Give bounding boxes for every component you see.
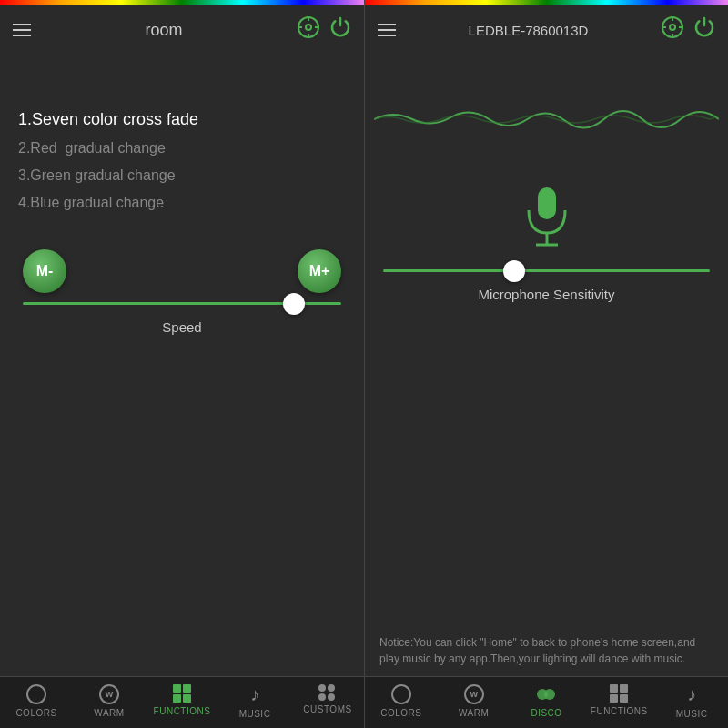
mode-item-2[interactable]: 2.Red gradual change [18, 140, 346, 157]
functions-icon [173, 684, 191, 703]
right-nav-music-label: MUSIC [676, 709, 708, 719]
right-nav-warm-label: WARM [459, 708, 489, 718]
left-nav-functions[interactable]: FUNCTIONS [146, 684, 218, 719]
waveform-svg [374, 92, 719, 147]
right-power-icon[interactable] [693, 16, 715, 44]
mic-sensitivity-label: Microphone Sensitivity [478, 287, 614, 302]
speed-slider-thumb[interactable] [283, 293, 305, 315]
right-nav-functions[interactable]: FUNCTIONS [582, 684, 655, 719]
mode-item-1[interactable]: 1.Seven color cross fade [18, 110, 346, 129]
m-minus-button[interactable]: M- [23, 249, 66, 293]
disco-icon [536, 684, 556, 704]
svg-point-7 [670, 25, 675, 30]
right-nav-music[interactable]: ♪ MUSIC [655, 684, 728, 719]
right-nav-disco-label: DISCO [531, 708, 561, 718]
left-nav-warm[interactable]: W WARM [73, 684, 146, 719]
waveform-container [365, 74, 728, 165]
left-content: 1.Seven color cross fade 2.Red gradual c… [0, 56, 364, 676]
speed-slider[interactable] [18, 302, 346, 305]
left-nav-customs-label: CUSTOMS [303, 704, 351, 714]
right-colors-icon [391, 684, 411, 704]
left-clock-icon[interactable] [297, 15, 320, 45]
svg-point-1 [306, 25, 311, 30]
warm-icon: W [99, 684, 119, 704]
mic-sensitivity-slider[interactable] [365, 269, 728, 272]
mic-container: Microphone Sensitivity [365, 183, 728, 302]
customs-icon [318, 684, 337, 701]
mode-item-4[interactable]: 4.Blue gradual change [18, 195, 346, 211]
left-hamburger-icon[interactable] [13, 24, 31, 36]
left-nav-music-label: MUSIC [239, 709, 271, 719]
notice-text: Notice:You can click "Home" to back to p… [365, 625, 728, 676]
left-nav-functions-label: FUNCTIONS [154, 706, 211, 716]
left-nav-customs[interactable]: CUSTOMS [291, 684, 364, 719]
left-bottom-nav: COLORS W WARM FUNCTIONS ♪ MUSIC CUSTOMS [0, 676, 364, 728]
left-nav-colors[interactable]: COLORS [0, 684, 73, 719]
right-hamburger-icon[interactable] [378, 24, 396, 36]
mic-slider-track [383, 269, 710, 272]
left-power-icon[interactable] [329, 16, 351, 44]
mic-slider-thumb[interactable] [503, 260, 525, 282]
left-panel: room 1.Seven color cross fade 2.Red grad… [0, 0, 364, 728]
right-nav-colors-label: COLORS [380, 708, 421, 718]
m-plus-button[interactable]: M+ [298, 249, 341, 293]
mode-item-3[interactable]: 3.Green gradual change [18, 167, 346, 184]
right-functions-icon [610, 684, 628, 703]
left-nav-colors-label: COLORS [15, 708, 56, 718]
left-nav-music[interactable]: ♪ MUSIC [218, 684, 291, 719]
svg-rect-12 [538, 187, 556, 219]
svg-point-16 [544, 689, 555, 700]
right-bottom-nav: COLORS W WARM DISCO FUNCTIONS ♪ MUSIC [365, 676, 728, 728]
right-warm-icon: W [464, 684, 484, 704]
mode-list: 1.Seven color cross fade 2.Red gradual c… [18, 110, 346, 222]
right-panel: LEDBLE-7860013D [364, 0, 728, 728]
right-nav-colors[interactable]: COLORS [365, 684, 438, 719]
right-content: Microphone Sensitivity Notice:You can cl… [365, 56, 728, 676]
left-nav-warm-label: WARM [94, 708, 124, 718]
speed-slider-track [23, 302, 341, 305]
music-icon: ♪ [250, 684, 259, 705]
right-header: LEDBLE-7860013D [365, 5, 728, 56]
microphone-icon [520, 183, 574, 260]
right-music-icon: ♪ [687, 684, 696, 705]
colors-icon [26, 684, 46, 704]
left-header: room [0, 5, 364, 56]
m-buttons-row: M- M+ [18, 249, 346, 293]
right-nav-warm[interactable]: W WARM [438, 684, 511, 719]
right-nav-disco[interactable]: DISCO [511, 684, 583, 719]
right-clock-icon[interactable] [661, 15, 684, 45]
right-nav-functions-label: FUNCTIONS [591, 706, 648, 716]
right-device-title: LEDBLE-7860013D [405, 23, 652, 38]
left-device-title: room [40, 21, 288, 40]
speed-label: Speed [18, 319, 346, 335]
